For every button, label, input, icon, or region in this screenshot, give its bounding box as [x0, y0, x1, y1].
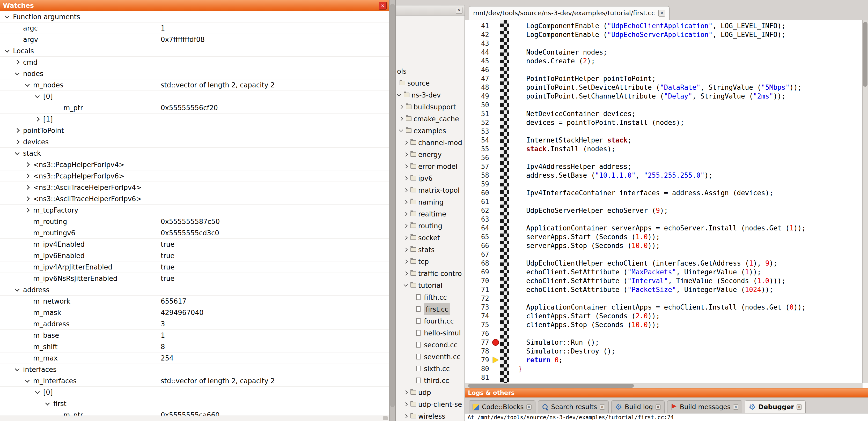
code-line[interactable]: 57 Ipv4AddressHelper address;: [465, 162, 863, 171]
tree-item-ns-3-dev[interactable]: ns-3-dev: [396, 89, 465, 101]
code-line[interactable]: 41 LogComponentEnable ("UdpEchoClientApp…: [465, 22, 863, 30]
code-line[interactable]: 75 clientApps.Stop (Seconds (10.0));: [465, 320, 863, 329]
watch-row[interactable]: m_nodesstd::vector of length 2, capacity…: [0, 79, 389, 91]
expand-icon[interactable]: [404, 141, 408, 145]
tree-item-energy[interactable]: energy: [396, 149, 465, 161]
tree-item-buildsupport[interactable]: buildsupport: [396, 101, 465, 113]
code-line[interactable]: 69 echoClient.SetAttribute ("MaxPackets"…: [465, 268, 863, 277]
tree-item-fourth-cc[interactable]: fourth.cc: [396, 315, 465, 327]
collapse-icon[interactable]: [397, 92, 401, 96]
tab-close-icon[interactable]: ✕: [733, 404, 738, 410]
collapse-icon[interactable]: [5, 14, 9, 19]
code-area[interactable]: 41 LogComponentEnable ("UdpEchoClientApp…: [465, 20, 863, 383]
code-line[interactable]: 63: [465, 215, 863, 224]
watches-vertical-scrollbar[interactable]: [390, 0, 396, 421]
scrollbar-thumb[interactable]: [863, 22, 867, 87]
expand-icon[interactable]: [404, 236, 408, 240]
code-line[interactable]: 68 UdpEchoClientHelper echoClient (inter…: [465, 259, 863, 268]
log-tab-search-results[interactable]: Search results✕: [538, 400, 609, 413]
code-line[interactable]: 47 PointToPointHelper pointToPoint;: [465, 74, 863, 83]
watch-row[interactable]: m_shift8: [0, 341, 389, 353]
collapse-icon[interactable]: [15, 71, 20, 75]
code-line[interactable]: 66 serverApps.Stop (Seconds (10.0));: [465, 241, 863, 250]
code-line[interactable]: 67: [465, 250, 863, 259]
tree-item-third-cc[interactable]: third.cc: [396, 375, 465, 387]
code-line[interactable]: 71 echoClient.SetAttribute ("PacketSize"…: [465, 285, 863, 294]
collapse-icon[interactable]: [15, 366, 20, 371]
watches-titlebar[interactable]: Watches ✕: [0, 0, 389, 11]
tree-item-channel-mod[interactable]: channel-mod: [396, 137, 465, 149]
editor-horizontal-scrollbar[interactable]: [465, 383, 863, 388]
editor-tab-first-cc[interactable]: mnt/dev/tools/source/ns-3-dev/examples/t…: [469, 6, 670, 20]
tree-item-ols[interactable]: ols: [396, 65, 465, 77]
tree-item-naming[interactable]: naming: [396, 196, 465, 208]
tree-item-routing[interactable]: routing: [396, 220, 465, 232]
code-line[interactable]: 55 stack.Install (nodes);: [465, 144, 863, 153]
expand-icon[interactable]: [404, 271, 408, 276]
watch-row[interactable]: m_ptr0x5555555ca660: [0, 409, 389, 416]
watch-row[interactable]: m_tcpFactory: [0, 204, 389, 216]
collapse-icon[interactable]: [5, 48, 9, 53]
code-line[interactable]: 61: [465, 197, 863, 206]
tab-close-icon[interactable]: ✕: [797, 404, 802, 410]
tree-item-fifth-cc[interactable]: fifth.cc: [396, 291, 465, 303]
expand-icon[interactable]: [399, 117, 403, 121]
tab-close-icon[interactable]: ✕: [658, 10, 665, 17]
code-line[interactable]: 81: [465, 373, 863, 382]
watch-row[interactable]: cmd: [0, 57, 389, 68]
current-line-marker[interactable]: [492, 356, 500, 364]
tree-item-source[interactable]: source: [396, 77, 465, 89]
code-line[interactable]: 70 echoClient.SetAttribute ("Interval", …: [465, 277, 863, 285]
expand-icon[interactable]: [35, 117, 40, 121]
expand-icon[interactable]: [404, 414, 408, 418]
expand-icon[interactable]: [404, 164, 408, 169]
code-line[interactable]: 58 address.SetBase ("10.1.1.0", "255.255…: [465, 171, 863, 180]
watch-row[interactable]: [1]: [0, 114, 389, 125]
expand-icon[interactable]: [404, 224, 408, 228]
watch-row[interactable]: m_ipv4ArpJitterEnabledtrue: [0, 261, 389, 273]
expand-icon[interactable]: [25, 185, 30, 190]
tree-item-traffic-contro[interactable]: traffic-contro: [396, 268, 465, 280]
expand-icon[interactable]: [25, 162, 30, 167]
watch-row[interactable]: m_base1: [0, 330, 389, 341]
watch-row[interactable]: m_ipv6NsRsJitterEnabledtrue: [0, 273, 389, 284]
code-line[interactable]: 62 UdpEchoServerHelper echoServer (9);: [465, 206, 863, 215]
code-line[interactable]: 43: [465, 39, 863, 48]
code-line[interactable]: 46: [465, 65, 863, 74]
expand-icon[interactable]: [404, 212, 408, 216]
tree-item-socket[interactable]: socket: [396, 232, 465, 244]
watches-close-button[interactable]: ✕: [379, 2, 386, 9]
watch-row[interactable]: <ns3::AsciiTraceHelperForIpv4>: [0, 182, 389, 193]
scrollbar-thumb[interactable]: [390, 4, 395, 407]
collapse-icon[interactable]: [399, 128, 403, 132]
watches-horizontal-scrollbar[interactable]: [0, 416, 389, 421]
tree-item-matrix-topol[interactable]: matrix-topol: [396, 184, 465, 196]
tree-item-tutorial[interactable]: tutorial: [396, 280, 465, 291]
tree-item-hello-simul[interactable]: hello-simul: [396, 327, 465, 339]
watch-row[interactable]: stack: [0, 148, 389, 159]
watch-row[interactable]: argv0x7fffffffdf08: [0, 34, 389, 45]
log-tab-code-blocks[interactable]: Code::Blocks✕: [469, 400, 535, 413]
watch-row[interactable]: m_network655617: [0, 296, 389, 307]
expand-icon[interactable]: [15, 128, 20, 133]
watch-row[interactable]: interfaces: [0, 364, 389, 375]
collapse-icon[interactable]: [35, 389, 40, 394]
collapse-icon[interactable]: [35, 93, 40, 98]
watch-row[interactable]: Function arguments: [0, 11, 389, 23]
watch-row[interactable]: <ns3::AsciiTraceHelperForIpv6>: [0, 193, 389, 204]
tree-item-error-model[interactable]: error-model: [396, 161, 465, 172]
code-line[interactable]: 73 ApplicationContainer clientApps = ech…: [465, 303, 863, 312]
expand-icon[interactable]: [25, 208, 30, 212]
code-line[interactable]: 80}: [465, 364, 863, 373]
code-line[interactable]: 56: [465, 153, 863, 162]
watch-row[interactable]: m_interfacesstd::vector of length 2, cap…: [0, 375, 389, 387]
code-line[interactable]: 42 LogComponentEnable ("UdpEchoServerApp…: [465, 30, 863, 39]
code-line[interactable]: 60 Ipv4InterfaceContainer interfaces = a…: [465, 189, 863, 197]
tree-item-second-cc[interactable]: second.cc: [396, 339, 465, 351]
watch-row[interactable]: m_ipv4Enabledtrue: [0, 239, 389, 250]
code-line[interactable]: 74 clientApps.Start (Seconds (2.0));: [465, 312, 863, 320]
tree-item-wireless[interactable]: wireless: [396, 411, 465, 421]
log-tab-build-messages[interactable]: Build messages✕: [667, 400, 742, 413]
code-line[interactable]: 50: [465, 101, 863, 109]
code-line[interactable]: 64 ApplicationContainer serverApps = ech…: [465, 224, 863, 232]
